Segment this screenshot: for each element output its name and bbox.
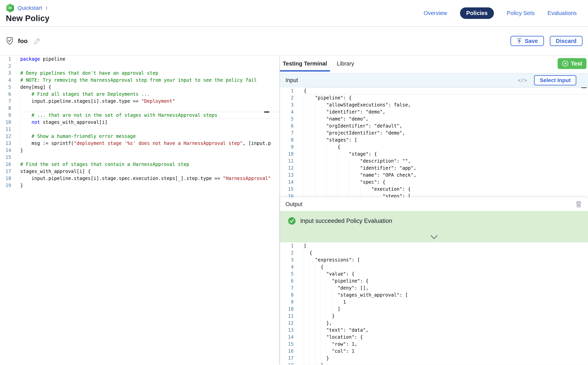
code-line-content[interactable]: # Find the set of stages that contain a … (20, 161, 279, 168)
code-line[interactable]: 11 (0, 126, 279, 133)
code-line[interactable]: 14 "location": { (280, 334, 588, 341)
code-line-content[interactable]: "execution": { (304, 186, 588, 193)
code-line[interactable]: 16 "steps": [ (280, 193, 588, 197)
code-line-content[interactable]: "name": "demo", (304, 115, 588, 122)
code-line[interactable]: 17 } (280, 355, 588, 362)
code-line-content[interactable]: # Deny pipelines that don't have an appr… (20, 70, 279, 77)
code-line-content[interactable]: "pipeline": { (304, 277, 588, 284)
code-line-content[interactable]: not stages_with_approval[i] (20, 119, 279, 126)
code-line[interactable]: 9 1 (280, 299, 588, 306)
nav-tab-policy-sets[interactable]: Policy Sets (507, 10, 535, 16)
code-line-content[interactable]: } (304, 355, 588, 362)
output-json-editor[interactable]: 1[2 {3 "expressions": [4 {5 "value": {6 … (280, 242, 588, 365)
select-input-button[interactable]: Select Input (534, 75, 576, 85)
code-line-content[interactable]: "orgIdentifier": "default", (304, 122, 588, 129)
edit-pencil-icon[interactable] (33, 37, 41, 45)
code-line-content[interactable]: "pipeline": { (304, 94, 588, 101)
code-line-content[interactable]: { (304, 143, 588, 151)
code-line[interactable]: 4 { (280, 263, 588, 270)
code-line[interactable]: 13 "text": "data", (280, 327, 588, 334)
code-line[interactable]: 12 "identifier": "app", (280, 165, 588, 172)
code-line-content[interactable]: msg := sprintf("deployment stage '%s' do… (20, 140, 279, 147)
code-line-content[interactable]: "deny": [], (304, 284, 588, 292)
code-line-content[interactable] (20, 105, 279, 112)
code-line[interactable]: 1{ (280, 87, 588, 94)
input-json-editor[interactable]: 1{2 "pipeline": {3 "allowStageExecutions… (280, 87, 588, 197)
code-line[interactable]: 1[ (280, 242, 588, 249)
code-line[interactable]: 7 input.pipeline.stages[i].stage.type ==… (0, 98, 279, 105)
code-line[interactable]: 4# NOTE: Try removing the HarnessApprova… (0, 77, 279, 84)
code-line-content[interactable]: } (20, 147, 279, 154)
code-line-content[interactable]: stages_with_approval[i] { (20, 168, 279, 175)
code-line-content[interactable]: "location": { (304, 334, 588, 341)
code-line-content[interactable]: "allowStageExecutions": false, (304, 101, 588, 108)
tab-testing-terminal[interactable]: Testing Terminal (283, 60, 327, 67)
code-line[interactable]: 13 "name": "OPA check", (280, 172, 588, 179)
code-line-content[interactable]: package pipeline (20, 56, 279, 63)
code-line[interactable]: 18 } (280, 362, 588, 365)
code-line[interactable]: 2 "pipeline": { (280, 94, 588, 101)
code-line-content[interactable]: "identifier": "app", (304, 165, 588, 172)
code-line[interactable]: 10 "stage": { (280, 151, 588, 158)
code-line[interactable]: 5deny[msg] { (0, 84, 279, 91)
code-line[interactable]: 19} (0, 182, 279, 189)
code-line-content[interactable]: [ (304, 242, 588, 249)
code-line[interactable]: 2 (0, 63, 279, 70)
code-line-content[interactable]: "col": 1 (304, 348, 588, 355)
code-line-content[interactable]: input.pipeline.stages[i].stage.spec.exec… (20, 175, 279, 182)
code-line[interactable]: 17stages_with_approval[i] { (0, 168, 279, 175)
code-line-content[interactable]: # Find all stages that are Deployments .… (20, 91, 279, 98)
code-line-content[interactable]: input.pipeline.stages[i].stage.type == "… (20, 98, 279, 105)
code-line-content[interactable]: { (304, 87, 588, 94)
code-line[interactable]: 13 msg := sprintf("deployment stage '%s'… (0, 140, 279, 147)
code-line[interactable]: 16 "col": 1 (280, 348, 588, 355)
code-line[interactable]: 8 "stages": [ (280, 136, 588, 143)
discard-button[interactable]: Discard (550, 36, 582, 46)
code-line[interactable]: 15 "execution": { (280, 186, 588, 193)
code-line[interactable]: 14} (0, 147, 279, 154)
code-line[interactable]: 14 "spec": { (280, 179, 588, 186)
code-line[interactable]: 8 (0, 105, 279, 112)
code-line-content[interactable]: "value": { (304, 270, 588, 277)
code-view-toggle-icon[interactable]: </> (518, 77, 527, 83)
code-line[interactable]: 10 ] (280, 306, 588, 313)
code-line-content[interactable] (20, 126, 279, 133)
code-line-content[interactable]: { (304, 263, 588, 270)
code-line-content[interactable]: "name": "OPA check", (304, 172, 588, 179)
nav-tab-policies-active[interactable]: Policies (460, 7, 494, 19)
code-line[interactable]: 6 # Find all stages that are Deployments… (0, 91, 279, 98)
nav-tab-overview[interactable]: Overview (424, 10, 447, 16)
code-line-content[interactable]: "projectIdentifier": "demo", (304, 129, 588, 136)
code-line[interactable]: 6 "pipeline": { (280, 277, 588, 284)
code-line[interactable]: 15 "row": 1, (280, 341, 588, 348)
breadcrumb-link-quickstart[interactable]: Quickstart (18, 5, 42, 11)
code-line-content[interactable]: { (304, 249, 588, 256)
code-line[interactable]: 12 }, (280, 320, 588, 327)
code-line-content[interactable]: } (304, 362, 588, 365)
chevron-down-icon[interactable] (430, 235, 438, 239)
code-line-content[interactable]: deny[msg] { (20, 84, 279, 91)
code-line[interactable]: 11 "description": "", (280, 158, 588, 165)
code-line[interactable]: 4 "identifier": "demo", (280, 108, 588, 115)
code-line[interactable]: 2 { (280, 249, 588, 256)
code-line[interactable]: 5 "value": { (280, 270, 588, 277)
code-line-content[interactable]: "identifier": "demo", (304, 108, 588, 115)
code-line[interactable]: 3# Deny pipelines that don't have an app… (0, 70, 279, 77)
trash-icon[interactable] (575, 201, 582, 208)
code-line[interactable]: 9 { (280, 143, 588, 151)
code-line-content[interactable]: "row": 1, (304, 341, 588, 348)
code-line-content[interactable]: "spec": { (304, 179, 588, 186)
code-line-content[interactable]: "description": "", (304, 158, 588, 165)
code-line[interactable]: 1package pipeline (0, 56, 279, 63)
code-line[interactable]: 7 "deny": [], (280, 284, 588, 292)
code-line[interactable]: 18 input.pipeline.stages[i].stage.spec.e… (0, 175, 279, 182)
code-line-content[interactable]: "expressions": [ (304, 256, 588, 263)
code-line-content[interactable]: # ... that are not in the set of stages … (20, 112, 279, 119)
code-line[interactable]: 9 # ... that are not in the set of stage… (0, 112, 279, 119)
code-line-content[interactable]: ] (304, 306, 588, 313)
code-line[interactable]: 5 "name": "demo", (280, 115, 588, 122)
code-line[interactable]: 12 # Show a human-friendly error message (0, 133, 279, 140)
code-line[interactable]: 7 "projectIdentifier": "demo", (280, 129, 588, 136)
code-line[interactable]: 16# Find the set of stages that contain … (0, 161, 279, 168)
code-line[interactable]: 10 not stages_with_approval[i] (0, 119, 279, 126)
